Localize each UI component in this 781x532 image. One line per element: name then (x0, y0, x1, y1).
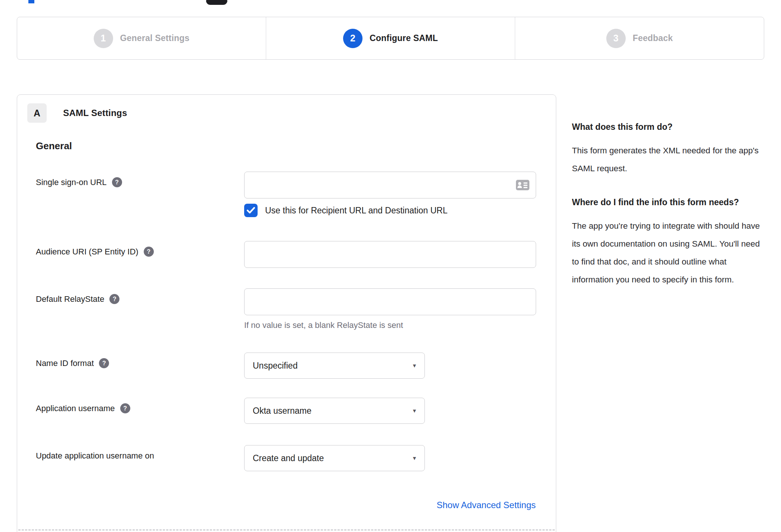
recipient-url-checkbox-label[interactable]: Use this for Recipient URL and Destinati… (265, 206, 448, 216)
single-sign-on-url-label: Single sign-on URL (36, 178, 107, 187)
checkmark-icon (246, 207, 255, 214)
field-label: Audience URI (SP Entity ID) ? (36, 241, 244, 268)
recipient-url-checkbox-row: Use this for Recipient URL and Destinati… (244, 204, 556, 217)
form-row-single-sign-on-url: Single sign-on URL ? (17, 172, 556, 217)
audience-uri-input[interactable] (244, 241, 536, 268)
section-dashed-divider (18, 529, 555, 531)
update-application-username-label: Update application username on (36, 451, 154, 461)
help-sidebar: What does this form do? This form genera… (572, 118, 760, 304)
step-label: Configure SAML (370, 33, 438, 43)
help-heading-where: Where do I find the info this form needs… (572, 193, 760, 211)
step-feedback[interactable]: 3 Feedback (515, 17, 764, 59)
chevron-down-icon: ▼ (412, 363, 417, 369)
step-label: General Settings (120, 33, 190, 43)
step-label: Feedback (633, 33, 673, 43)
application-username-select[interactable]: Okta username ▼ (244, 398, 425, 424)
general-heading: General (36, 140, 72, 152)
default-relaystate-input[interactable] (244, 288, 536, 315)
step-configure-saml[interactable]: 2 Configure SAML (266, 17, 515, 59)
form-row-default-relaystate: Default RelayState ? If no value is set,… (17, 288, 556, 330)
help-icon[interactable]: ? (109, 294, 119, 304)
audience-uri-label: Audience URI (SP Entity ID) (36, 247, 139, 257)
select-value: Create and update (253, 453, 324, 463)
form-row-update-application-username: Update application username on Create an… (17, 445, 556, 471)
help-body-where: The app you're trying to integrate with … (572, 217, 760, 289)
contact-card-icon (516, 180, 529, 190)
field-label: Application username ? (36, 398, 244, 424)
help-icon[interactable]: ? (99, 358, 109, 368)
step-number-badge: 3 (606, 29, 626, 48)
help-icon[interactable]: ? (120, 403, 130, 413)
step-number-badge: 1 (94, 29, 113, 48)
update-application-username-select[interactable]: Create and update ▼ (244, 445, 425, 471)
form-row-audience-uri: Audience URI (SP Entity ID) ? (17, 241, 556, 268)
form-row-name-id-format: Name ID format ? Unspecified ▼ (17, 353, 556, 379)
name-id-format-label: Name ID format (36, 359, 94, 368)
help-icon[interactable]: ? (144, 247, 154, 257)
section-header: A SAML Settings (27, 103, 127, 123)
help-icon[interactable]: ? (112, 177, 122, 187)
default-relaystate-label: Default RelayState (36, 294, 104, 304)
section-a-badge: A (27, 103, 47, 123)
step-number-badge: 2 (343, 29, 363, 48)
relaystate-hint-text: If no value is set, a blank RelayState i… (244, 320, 556, 330)
help-body-what: This form generates the XML needed for t… (572, 142, 760, 178)
application-username-label: Application username (36, 404, 115, 413)
field-label: Name ID format ? (36, 353, 244, 379)
help-heading-what: What does this form do? (572, 118, 760, 136)
show-advanced-settings-link[interactable]: Show Advanced Settings (436, 500, 536, 510)
page: 1 General Settings 2 Configure SAML 3 Fe… (0, 0, 781, 532)
field-label: Single sign-on URL ? (36, 172, 244, 217)
single-sign-on-url-input[interactable] (244, 172, 536, 198)
name-id-format-select[interactable]: Unspecified ▼ (244, 353, 425, 379)
saml-settings-card: A SAML Settings General Single sign-on U… (17, 94, 556, 532)
section-title: SAML Settings (63, 108, 127, 118)
select-value: Unspecified (253, 361, 298, 371)
chevron-down-icon: ▼ (412, 455, 417, 461)
field-label: Update application username on (36, 445, 244, 471)
clipped-title-fragment-blue (28, 0, 34, 3)
recipient-url-checkbox[interactable] (244, 204, 258, 217)
chevron-down-icon: ▼ (412, 408, 417, 414)
wizard-stepper: 1 General Settings 2 Configure SAML 3 Fe… (17, 17, 764, 60)
clipped-title-fragment-dark (206, 0, 227, 5)
form-row-application-username: Application username ? Okta username ▼ (17, 398, 556, 424)
select-value: Okta username (253, 406, 311, 416)
field-label: Default RelayState ? (36, 288, 244, 330)
step-general-settings[interactable]: 1 General Settings (17, 17, 266, 59)
